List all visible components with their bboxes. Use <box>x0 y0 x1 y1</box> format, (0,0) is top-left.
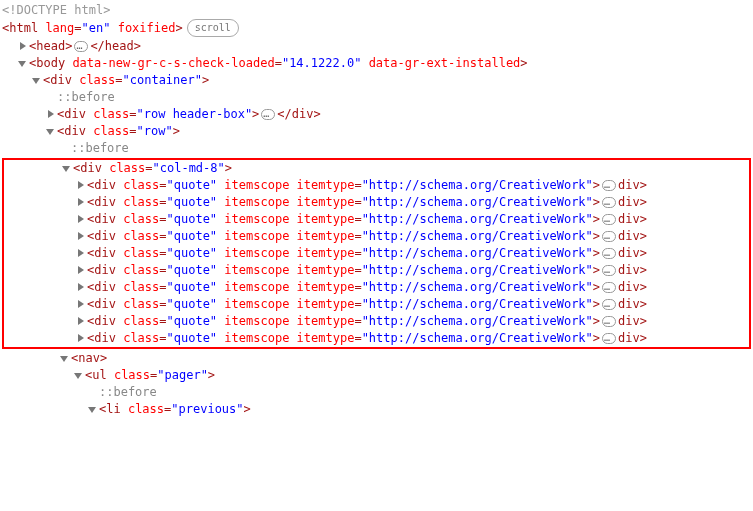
container-element[interactable]: <div class="container"> <box>2 72 751 89</box>
ellipsis-icon[interactable] <box>602 197 616 208</box>
twisty-icon[interactable] <box>44 126 57 138</box>
quote-element[interactable]: <div class="quote" itemscope itemtype="h… <box>4 228 749 245</box>
scroll-badge[interactable]: scroll <box>187 19 239 37</box>
header-box-element[interactable]: <div class="row header-box"></div> <box>2 106 751 123</box>
quote-element[interactable]: <div class="quote" itemscope itemtype="h… <box>4 313 749 330</box>
head-element[interactable]: <head></head> <box>2 38 751 55</box>
pseudo-before: ::before <box>2 140 751 157</box>
twisty-icon[interactable] <box>74 265 87 277</box>
pager-element[interactable]: <ul class="pager"> <box>2 367 751 384</box>
li-previous-element[interactable]: <li class="previous"> <box>2 401 751 418</box>
quote-element[interactable]: <div class="quote" itemscope itemtype="h… <box>4 177 749 194</box>
row-element[interactable]: <div class="row"> <box>2 123 751 140</box>
pseudo-before: ::before <box>2 89 751 106</box>
ellipsis-icon[interactable] <box>602 214 616 225</box>
ellipsis-icon[interactable] <box>261 109 275 120</box>
quote-element[interactable]: <div class="quote" itemscope itemtype="h… <box>4 211 749 228</box>
twisty-icon[interactable] <box>74 316 87 328</box>
twisty-icon[interactable] <box>16 41 29 53</box>
quote-element[interactable]: <div class="quote" itemscope itemtype="h… <box>4 330 749 347</box>
twisty-icon[interactable] <box>44 109 57 121</box>
twisty-icon[interactable] <box>16 58 29 70</box>
twisty-icon[interactable] <box>60 163 73 175</box>
quote-element[interactable]: <div class="quote" itemscope itemtype="h… <box>4 262 749 279</box>
pseudo-before: ::before <box>2 384 751 401</box>
nav-element[interactable]: <nav> <box>2 350 751 367</box>
twisty-icon[interactable] <box>74 197 87 209</box>
ellipsis-icon[interactable] <box>602 231 616 242</box>
ellipsis-icon[interactable] <box>602 180 616 191</box>
quote-element[interactable]: <div class="quote" itemscope itemtype="h… <box>4 194 749 211</box>
ellipsis-icon[interactable] <box>74 41 88 52</box>
twisty-icon[interactable] <box>58 353 71 365</box>
quote-element[interactable]: <div class="quote" itemscope itemtype="h… <box>4 279 749 296</box>
twisty-icon[interactable] <box>74 231 87 243</box>
col-md-8-element[interactable]: <div class="col-md-8"> <box>4 160 749 177</box>
twisty-icon[interactable] <box>74 214 87 226</box>
ellipsis-icon[interactable] <box>602 282 616 293</box>
twisty-icon[interactable] <box>74 333 87 345</box>
quote-element[interactable]: <div class="quote" itemscope itemtype="h… <box>4 245 749 262</box>
ellipsis-icon[interactable] <box>602 316 616 327</box>
twisty-icon[interactable] <box>86 404 99 416</box>
ellipsis-icon[interactable] <box>602 333 616 344</box>
ellipsis-icon[interactable] <box>602 299 616 310</box>
twisty-icon[interactable] <box>74 180 87 192</box>
twisty-icon[interactable] <box>74 248 87 260</box>
highlighted-selection: <div class="col-md-8"> <div class="quote… <box>2 158 751 349</box>
doctype-text: <!DOCTYPE html> <box>2 3 110 17</box>
twisty-icon[interactable] <box>74 282 87 294</box>
twisty-icon[interactable] <box>30 75 43 87</box>
html-open[interactable]: <html lang="en" foxified>scroll <box>2 19 751 38</box>
twisty-icon[interactable] <box>72 370 85 382</box>
twisty-icon[interactable] <box>74 299 87 311</box>
doctype-line: <!DOCTYPE html> <box>2 2 751 19</box>
ellipsis-icon[interactable] <box>602 265 616 276</box>
quote-element[interactable]: <div class="quote" itemscope itemtype="h… <box>4 296 749 313</box>
ellipsis-icon[interactable] <box>602 248 616 259</box>
body-element[interactable]: <body data-new-gr-c-s-check-loaded="14.1… <box>2 55 751 72</box>
